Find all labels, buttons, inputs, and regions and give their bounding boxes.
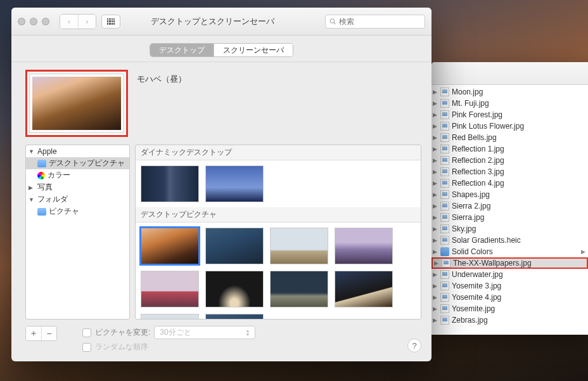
disclosure-arrow-icon: ▶	[433, 169, 439, 175]
wallpaper-thumb[interactable]	[335, 228, 393, 264]
finder-file-list[interactable]: ▶Moon.jpg▶Mt. Fuji.jpg▶Pink Forest.jpg▶P…	[431, 85, 588, 327]
sidebar-group-folders[interactable]: ▼フォルダ	[26, 193, 129, 205]
image-file-icon	[440, 202, 449, 210]
file-row[interactable]: ▶Solar Gradients.heic	[431, 235, 588, 246]
file-row[interactable]: ▶Yosemite 4.jpg	[431, 292, 588, 303]
random-order-label: ランダムな順序	[95, 342, 148, 352]
file-row[interactable]: ▶Moon.jpg	[431, 86, 588, 98]
wallpaper-thumb[interactable]	[141, 314, 199, 320]
file-row[interactable]: ▶Sierra 2.jpg	[431, 200, 588, 212]
titlebar: ‹ › デスクトップとスクリーンセーバ	[11, 8, 431, 36]
disclosure-arrow-icon: ▶	[433, 157, 439, 164]
file-row[interactable]: ▶Reflection 4.jpg	[431, 178, 588, 189]
colors-icon	[37, 172, 45, 179]
file-name: Yosemite 3.jpg	[452, 281, 501, 290]
disclosure-arrow-icon: ▶	[434, 260, 440, 266]
file-row[interactable]: ▶Red Bells.jpg	[431, 132, 588, 143]
close-button[interactable]	[18, 18, 25, 25]
disclosure-arrow-icon: ▶	[433, 294, 439, 300]
wallpaper-thumb[interactable]	[205, 165, 264, 202]
help-button[interactable]: ?	[407, 339, 421, 352]
file-row[interactable]: ▶Yosemite.jpg	[431, 303, 588, 314]
remove-source-button[interactable]: −	[41, 326, 56, 340]
file-row[interactable]: ▶Yosemite 3.jpg	[431, 280, 588, 292]
search-field[interactable]	[325, 15, 425, 29]
window-controls[interactable]	[18, 18, 49, 25]
search-input[interactable]	[339, 17, 421, 26]
file-name: Sky.jpg	[452, 224, 476, 233]
file-name: Yosemite.jpg	[452, 304, 495, 313]
sidebar-item-desktop-pictures[interactable]: デスクトップピクチャ	[26, 157, 129, 169]
nav-back-forward: ‹ ›	[60, 14, 96, 29]
folder-icon	[37, 160, 46, 167]
system-preferences-window: ‹ › デスクトップとスクリーンセーバ デスクトップ スクリーンセーバ モハベ（…	[11, 8, 431, 361]
zoom-button[interactable]	[42, 18, 49, 25]
image-file-icon	[440, 179, 449, 188]
image-file-icon	[440, 236, 449, 245]
wallpaper-thumb[interactable]	[205, 228, 264, 264]
minimize-button[interactable]	[30, 18, 37, 25]
forward-button[interactable]: ›	[78, 15, 96, 29]
file-row[interactable]: ▶Zebras.jpg	[431, 314, 588, 326]
disclosure-arrow-icon: ▶	[433, 203, 439, 209]
current-wallpaper-preview	[25, 70, 128, 137]
sidebar-item-pictures[interactable]: ピクチャ	[26, 205, 129, 217]
file-row[interactable]: ▶Sierra.jpg	[431, 212, 588, 223]
tab-screensaver[interactable]: スクリーンセーバ	[214, 44, 293, 56]
file-name: The-XX-Wallpapers.jpg	[453, 259, 532, 268]
show-all-button[interactable]	[101, 15, 120, 29]
file-name: Yosemite 4.jpg	[452, 293, 501, 302]
add-source-button[interactable]: ＋	[26, 326, 41, 340]
wallpaper-thumb[interactable]	[141, 271, 199, 307]
disclosure-arrow-icon: ▶	[433, 306, 439, 312]
image-file-icon	[440, 145, 449, 153]
file-row[interactable]: ▶Pink Forest.jpg	[431, 109, 588, 120]
disclosure-arrow-icon: ▶	[433, 100, 439, 107]
folder-icon	[37, 208, 46, 216]
disclosure-arrow-icon: ▶	[433, 226, 439, 232]
file-name: Solid Colors	[452, 247, 493, 256]
file-name: Shapes.jpg	[452, 190, 490, 199]
image-file-icon	[440, 316, 449, 325]
file-row[interactable]: ▶Mt. Fuji.jpg	[431, 98, 588, 109]
chevron-right-icon: ▶	[579, 249, 585, 255]
file-row[interactable]: ▶Pink Lotus Flower.jpg	[431, 120, 588, 132]
change-picture-checkbox[interactable]	[82, 328, 91, 337]
sidebar-item-colors[interactable]: カラー	[26, 169, 129, 181]
image-file-icon	[440, 87, 449, 96]
wallpaper-thumb[interactable]	[205, 271, 264, 307]
image-file-icon	[440, 99, 449, 108]
wallpaper-thumb[interactable]	[270, 228, 328, 264]
file-name: Pink Forest.jpg	[452, 110, 502, 119]
wallpaper-thumb[interactable]	[335, 271, 393, 307]
wallpaper-thumb[interactable]	[141, 165, 199, 202]
sidebar-group-photos[interactable]: ▶写真	[26, 181, 129, 193]
disclosure-arrow-icon: ▶	[433, 271, 439, 278]
wallpaper-thumb[interactable]	[270, 271, 328, 307]
file-row[interactable]: ▶Sky.jpg	[431, 223, 588, 235]
file-row[interactable]: ▶Underwater.jpg	[431, 269, 588, 280]
file-row[interactable]: ▶The-XX-Wallpapers.jpg	[431, 257, 588, 269]
sidebar-group-apple[interactable]: ▼Apple	[26, 145, 129, 157]
back-button[interactable]: ‹	[60, 15, 78, 29]
disclosure-arrow-icon: ▶	[433, 317, 439, 323]
source-sidebar[interactable]: ▼Apple デスクトップピクチャ カラー ▶写真 ▼フォルダ ピクチャ	[25, 145, 130, 320]
file-row[interactable]: ▶Reflection 1.jpg	[431, 143, 588, 155]
wallpaper-thumb[interactable]	[205, 314, 264, 320]
file-row[interactable]: ▶Shapes.jpg	[431, 189, 588, 200]
file-row[interactable]: ▶Reflection 2.jpg	[431, 155, 588, 166]
add-remove-source: ＋ −	[25, 326, 57, 341]
file-name: Sierra 2.jpg	[452, 202, 490, 210]
image-file-icon	[442, 259, 451, 268]
tab-desktop[interactable]: デスクトップ	[150, 44, 214, 56]
disclosure-arrow-icon: ▶	[433, 112, 439, 118]
grid-icon	[107, 18, 115, 25]
interval-select[interactable]: 30分ごと ▲▼	[154, 326, 255, 339]
current-wallpaper-name: モハベ（昼）	[137, 70, 186, 85]
file-row[interactable]: ▶Solid Colors▶	[431, 246, 588, 257]
file-row[interactable]: ▶Reflection 3.jpg	[431, 166, 588, 178]
change-picture-label: ピクチャを変更:	[95, 327, 150, 338]
file-name: Sierra.jpg	[452, 213, 484, 222]
wallpaper-thumb[interactable]	[141, 228, 199, 264]
chevron-updown-icon: ▲▼	[245, 329, 250, 337]
